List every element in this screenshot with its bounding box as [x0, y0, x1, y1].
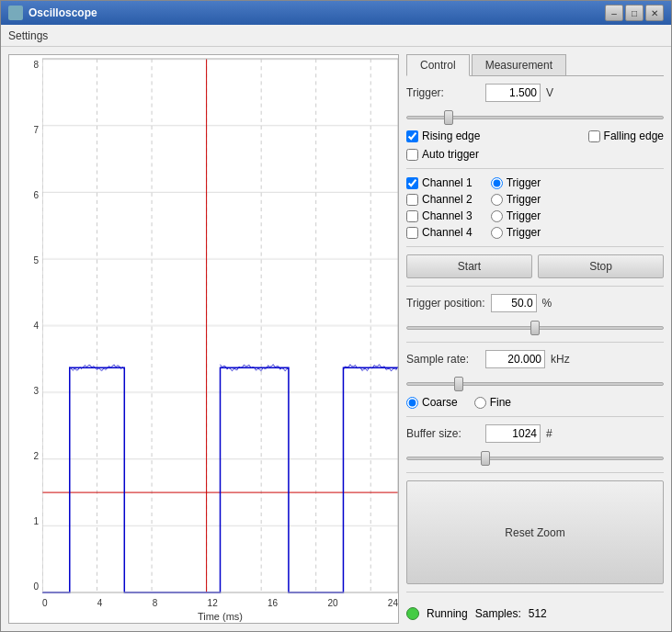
auto-trigger-label: Auto trigger	[422, 148, 479, 161]
sample-rate-unit: kHz	[551, 353, 570, 366]
reset-zoom-button[interactable]: Reset Zoom	[406, 480, 664, 584]
status-samples-value: 512	[529, 607, 547, 620]
channel3-text: Channel 3	[422, 209, 473, 222]
trigger-position-unit: %	[542, 297, 555, 310]
channel2-label[interactable]: Channel 2	[406, 193, 473, 206]
channel3-label[interactable]: Channel 3	[406, 209, 473, 222]
sample-rate-slider[interactable]	[406, 382, 664, 386]
trigger-label: Trigger:	[406, 86, 480, 99]
x-axis-label: Time (ms)	[42, 610, 398, 623]
x-axis: 0 4 8 12 16 20 24	[42, 596, 398, 610]
trigger2-radio[interactable]	[491, 194, 503, 206]
coarse-fine-row: Coarse Fine	[406, 396, 664, 409]
divider-2	[406, 246, 664, 247]
channel1-label[interactable]: Channel 1	[406, 176, 473, 189]
trigger-slider[interactable]	[406, 116, 664, 119]
falling-edge-checkbox[interactable]	[588, 130, 600, 142]
buffer-size-row: Buffer size: #	[406, 424, 664, 443]
channel2-checkbox[interactable]	[406, 194, 418, 206]
buffer-size-unit: #	[546, 427, 559, 440]
status-running: Running	[427, 607, 468, 620]
buffer-size-slider-container	[406, 448, 664, 465]
status-dot	[406, 607, 419, 620]
x-axis-label-text: Time (ms)	[198, 611, 243, 622]
window-title: Oscilloscope	[28, 6, 97, 19]
divider-4	[406, 342, 664, 343]
oscilloscope-canvas[interactable]	[42, 55, 398, 596]
trigger-slider-container	[406, 107, 664, 124]
trigger-unit: V	[546, 86, 559, 99]
trigger1-text: Trigger	[507, 176, 541, 189]
fine-radio[interactable]	[474, 397, 486, 409]
divider-7	[406, 592, 664, 592]
channel4-checkbox[interactable]	[406, 227, 418, 239]
falling-edge-checkbox-label[interactable]: Falling edge	[588, 130, 664, 142]
trigger3-radio[interactable]	[491, 210, 503, 222]
coarse-text: Coarse	[422, 396, 458, 409]
auto-trigger-checkbox[interactable]	[406, 149, 418, 161]
main-content: 8 7 6 5 4 3 2 1 0 0 4 8 12	[1, 47, 671, 631]
trigger4-text: Trigger	[507, 226, 541, 239]
channel1-checkbox[interactable]	[406, 177, 418, 189]
channel3-checkbox[interactable]	[406, 210, 418, 222]
trigger4-radio[interactable]	[491, 227, 503, 239]
trigger-col: Trigger Trigger Trigger Trigger	[491, 176, 541, 239]
y-axis: 8 7 6 5 4 3 2 1 0	[9, 55, 42, 610]
right-panel: Control Measurement Trigger: V	[406, 54, 664, 624]
start-stop-row: Start Stop	[406, 254, 664, 278]
auto-trigger-row: Auto trigger	[406, 148, 664, 161]
trigger1-label[interactable]: Trigger	[491, 176, 541, 189]
chart-wrapper: 8 7 6 5 4 3 2 1 0 0 4 8 12	[9, 55, 398, 610]
title-bar-controls: – □ ✕	[605, 5, 664, 21]
chart-area: 8 7 6 5 4 3 2 1 0 0 4 8 12	[8, 54, 399, 624]
buffer-size-input[interactable]	[485, 424, 541, 443]
status-samples-label: Samples:	[475, 607, 521, 620]
settings-label: Settings	[8, 29, 48, 42]
channel4-label[interactable]: Channel 4	[406, 226, 473, 239]
tab-measurement[interactable]: Measurement	[472, 54, 566, 75]
minimize-button[interactable]: –	[605, 5, 623, 21]
trigger4-label[interactable]: Trigger	[491, 226, 541, 239]
rising-edge-label: Rising edge	[422, 130, 480, 142]
trigger-row: Trigger: V	[406, 84, 664, 102]
buffer-size-label: Buffer size:	[406, 427, 480, 440]
trigger-position-slider[interactable]	[406, 326, 664, 330]
rising-edge-checkbox-label[interactable]: Rising edge	[406, 130, 480, 142]
divider-5	[406, 416, 664, 417]
main-window: Oscilloscope – □ ✕ Settings 8 7 6 5 4 3 …	[0, 0, 672, 632]
close-button[interactable]: ✕	[645, 5, 664, 21]
status-bar: Running Samples: 512	[406, 604, 664, 624]
channels-triggers: Channel 1 Channel 2 Channel 3 Chann	[406, 176, 664, 239]
divider-1	[406, 168, 664, 169]
axis-labels: Time (ms)	[9, 610, 398, 623]
app-icon	[8, 6, 23, 20]
fine-label[interactable]: Fine	[474, 396, 511, 409]
fine-text: Fine	[490, 396, 511, 409]
trigger-position-input[interactable]	[491, 294, 537, 312]
stop-button[interactable]: Stop	[538, 254, 664, 278]
trigger2-label[interactable]: Trigger	[491, 193, 541, 206]
divider-6	[406, 472, 664, 473]
sample-rate-slider-container	[406, 374, 664, 390]
buffer-size-slider[interactable]	[406, 457, 664, 460]
coarse-label[interactable]: Coarse	[406, 396, 458, 409]
maximize-button[interactable]: □	[625, 5, 644, 21]
trigger-value-input[interactable]	[485, 84, 541, 102]
trigger3-label[interactable]: Trigger	[491, 209, 541, 222]
channel2-text: Channel 2	[422, 193, 473, 206]
trigger1-radio[interactable]	[491, 177, 503, 189]
coarse-radio[interactable]	[406, 397, 418, 409]
chart-plot-area: 0 4 8 12 16 20 24	[42, 55, 398, 610]
trigger-position-label: Trigger position:	[406, 297, 485, 310]
channel-col: Channel 1 Channel 2 Channel 3 Chann	[406, 176, 473, 239]
control-panel: Trigger: V Rising edge Falli	[406, 84, 664, 624]
auto-trigger-checkbox-label[interactable]: Auto trigger	[406, 148, 479, 161]
rising-edge-checkbox[interactable]	[406, 130, 418, 142]
sample-rate-input[interactable]	[485, 350, 545, 368]
tab-control[interactable]: Control	[406, 54, 470, 76]
channel1-text: Channel 1	[422, 176, 473, 189]
start-button[interactable]: Start	[406, 254, 532, 278]
divider-3	[406, 286, 664, 287]
tabs: Control Measurement	[406, 54, 664, 76]
falling-edge-label: Falling edge	[604, 130, 664, 142]
